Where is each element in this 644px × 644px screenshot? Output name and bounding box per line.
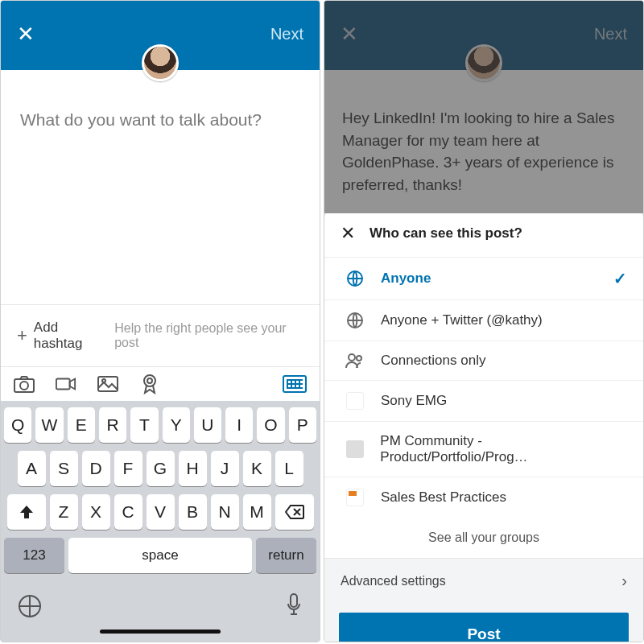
visibility-sheet-screen: ✕ Next Hey LinkedIn! I'm looking to hire… — [324, 0, 644, 642]
key-u[interactable]: U — [194, 407, 221, 443]
key-x[interactable]: X — [82, 494, 110, 530]
visibility-option-group-sony[interactable]: Sony EMG — [324, 380, 643, 421]
compose-screen: ✕ Next What do you want to talk about? +… — [0, 0, 320, 642]
chevron-right-icon: › — [621, 572, 627, 590]
key-q[interactable]: Q — [4, 407, 31, 443]
dimmed-compose-background: ✕ Next Hey LinkedIn! I'm looking to hire… — [324, 1, 643, 213]
key-n[interactable]: N — [211, 494, 239, 530]
compose-header: ✕ Next — [1, 1, 320, 70]
visibility-option-group-pm[interactable]: PM Community - Product/Portfolio/Prog… — [324, 421, 643, 477]
key-t[interactable]: T — [130, 407, 158, 443]
backspace-key[interactable] — [275, 494, 314, 530]
option-label: Anyone + Twitter (@kathy) — [381, 312, 543, 328]
svg-point-4 — [102, 379, 105, 382]
close-button[interactable]: ✕ — [17, 23, 35, 44]
key-s[interactable]: S — [50, 451, 78, 486]
globe-icon — [344, 312, 366, 329]
option-label: PM Community - Product/Portfolio/Prog… — [380, 433, 627, 465]
space-key[interactable]: space — [68, 538, 252, 573]
advanced-settings-label: Advanced settings — [341, 574, 446, 588]
shift-key[interactable] — [7, 494, 46, 530]
key-l[interactable]: L — [275, 451, 303, 486]
svg-rect-7 — [291, 594, 297, 607]
key-j[interactable]: J — [211, 451, 239, 486]
key-o[interactable]: O — [257, 407, 284, 443]
key-r[interactable]: R — [99, 407, 126, 443]
avatar[interactable] — [142, 44, 179, 81]
next-button[interactable]: Next — [270, 25, 303, 43]
key-m[interactable]: M — [243, 494, 271, 530]
svg-point-10 — [349, 354, 355, 361]
group-thumbnail — [344, 440, 365, 458]
key-c[interactable]: C — [114, 494, 142, 530]
video-icon[interactable] — [56, 375, 76, 393]
visibility-option-group-sales[interactable]: Sales Best Practices — [324, 477, 643, 518]
option-label: Anyone — [381, 270, 431, 287]
sheet-title: Who can see this post? — [369, 225, 522, 242]
home-indicator[interactable] — [100, 630, 221, 634]
globe-icon[interactable] — [19, 595, 41, 617]
award-icon[interactable] — [139, 375, 160, 393]
key-h[interactable]: H — [179, 451, 207, 486]
visibility-option-anyone-twitter[interactable]: Anyone + Twitter (@kathy) — [324, 299, 643, 341]
key-z[interactable]: Z — [50, 494, 78, 530]
check-icon: ✓ — [613, 269, 627, 288]
see-all-groups-link[interactable]: See all your groups — [324, 518, 643, 558]
compose-textarea[interactable]: What do you want to talk about? — [1, 70, 320, 304]
sheet-close-button[interactable]: ✕ — [341, 223, 355, 244]
svg-point-6 — [147, 378, 152, 383]
key-p[interactable]: P — [289, 407, 316, 443]
hashtag-row: + Add hashtag Help the right people see … — [1, 304, 320, 366]
advanced-settings-row[interactable]: Advanced settings › — [324, 558, 643, 603]
key-k[interactable]: K — [243, 451, 271, 486]
post-button[interactable]: Post — [339, 613, 629, 642]
people-icon — [344, 353, 366, 369]
camera-icon[interactable] — [14, 375, 35, 393]
numbers-key[interactable]: 123 — [4, 538, 64, 573]
modal-scrim[interactable] — [324, 1, 643, 213]
group-thumbnail — [344, 489, 366, 506]
add-hashtag-button[interactable]: Add hashtag — [34, 320, 106, 352]
key-i[interactable]: I — [225, 407, 253, 443]
key-d[interactable]: D — [82, 451, 110, 486]
svg-point-11 — [357, 356, 361, 361]
hashtag-hint: Help the right people see your post — [114, 321, 303, 350]
image-icon[interactable] — [97, 375, 118, 393]
visibility-option-connections[interactable]: Connections only — [324, 341, 643, 380]
option-label: Sales Best Practices — [381, 489, 506, 506]
key-f[interactable]: F — [114, 451, 142, 486]
key-g[interactable]: G — [147, 451, 175, 486]
plus-icon: + — [17, 327, 27, 345]
attachment-toolbar — [1, 366, 320, 401]
key-e[interactable]: E — [68, 407, 95, 443]
globe-icon — [344, 270, 366, 287]
visibility-option-anyone[interactable]: Anyone ✓ — [324, 257, 643, 299]
key-w[interactable]: W — [35, 407, 63, 443]
ios-keyboard: QWERTYUIOP ASDFGHJKL ZXCVBNM 123 space r… — [1, 401, 320, 642]
key-y[interactable]: Y — [163, 407, 190, 443]
option-label: Connections only — [381, 353, 485, 369]
group-thumbnail — [344, 392, 366, 410]
keyboard-icon[interactable] — [283, 375, 307, 393]
compose-placeholder: What do you want to talk about? — [20, 110, 300, 130]
key-b[interactable]: B — [179, 494, 207, 530]
svg-rect-2 — [56, 379, 70, 390]
svg-point-1 — [20, 382, 28, 390]
svg-point-5 — [144, 375, 155, 386]
return-key[interactable]: return — [256, 538, 316, 573]
option-label: Sony EMG — [381, 393, 447, 409]
key-a[interactable]: A — [18, 451, 46, 486]
visibility-sheet: ✕ Who can see this post? Anyone ✓ Anyone… — [324, 208, 643, 642]
key-v[interactable]: V — [147, 494, 175, 530]
mic-icon[interactable] — [286, 593, 302, 619]
